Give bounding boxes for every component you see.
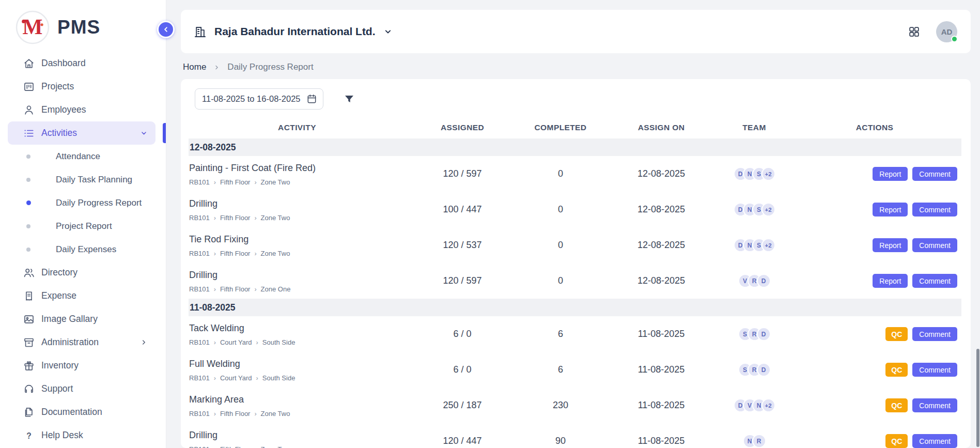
date-range-input[interactable]: 11-08-2025 to 16-08-2025 [195, 88, 323, 110]
date-range-value: 11-08-2025 to 16-08-2025 [202, 94, 301, 104]
avatar[interactable]: AD [936, 21, 957, 42]
chevron-separator-icon: › [214, 179, 216, 186]
table-row: Full WeldingRB101›Court Yard›South Side6… [189, 352, 961, 388]
assigned-cell: 6 / 0 [406, 364, 519, 375]
comment-button[interactable]: Comment [912, 327, 957, 341]
team-avatar[interactable]: R [752, 434, 766, 448]
comment-button[interactable]: Comment [912, 203, 957, 217]
svg-text:?: ? [26, 431, 32, 440]
team-overflow-badge[interactable]: +2 [761, 398, 775, 412]
comment-button[interactable]: Comment [912, 167, 957, 181]
sidebar-item-image-gallary[interactable]: Image Gallary [8, 307, 155, 331]
sidebar-item-support[interactable]: Support [8, 377, 155, 400]
team-overflow-badge[interactable]: +2 [761, 167, 775, 181]
sidebar-subitem-daily-progress-report[interactable]: Daily Progress Report [8, 191, 155, 214]
table-row: Tack WeldingRB101›Court Yard›South Side6… [189, 316, 961, 352]
path-segment: RB101 [189, 374, 210, 382]
path-segment: Court Yard [220, 338, 252, 346]
topbar: Raja Bahadur International Ltd. AD [181, 10, 971, 53]
path-segment: RB101 [189, 338, 210, 346]
company-selector[interactable]: Raja Bahadur International Ltd. [193, 25, 393, 39]
calendar-icon [306, 94, 317, 104]
report-button[interactable]: Report [873, 167, 908, 181]
sidebar-item-projects[interactable]: Projects [8, 75, 155, 98]
report-button[interactable]: Report [873, 274, 908, 288]
sidebar-item-inventory[interactable]: Inventory [8, 354, 155, 377]
activity-name: Tack Welding [189, 323, 397, 334]
assigned-cell: 120 / 597 [406, 275, 519, 286]
actions-cell: ReportComment [788, 167, 961, 181]
chevron-separator-icon: › [256, 375, 258, 382]
date-group-row: 11-08-2025 [189, 299, 961, 316]
sidebar-subitem-label: Attendance [56, 151, 100, 162]
team-cell: NR [721, 434, 788, 448]
filter-button[interactable] [343, 93, 355, 105]
team-cell: VRD [721, 274, 788, 288]
qc-button[interactable]: QC [885, 398, 908, 412]
sidebar-item-dashboard[interactable]: Dashboard [8, 52, 155, 75]
path-segment: RB101 [189, 214, 210, 222]
team-cell: DVN+2 [721, 398, 788, 412]
path-segment: Fifth Floor [220, 250, 251, 257]
team-avatar[interactable]: D [757, 327, 771, 341]
path-segment: RB101 [189, 445, 210, 448]
sidebar-subitem-project-report[interactable]: Project Report [8, 214, 155, 238]
sidebar-collapse-button[interactable] [157, 21, 175, 38]
support-icon [23, 383, 35, 395]
activity-path: RB101›Fifth Floor›Zone Two [189, 250, 397, 257]
activity-name: Tie Rod Fixing [189, 234, 397, 245]
comment-button[interactable]: Comment [912, 274, 957, 288]
sidebar-subitem-daily-expenses[interactable]: Daily Expenses [8, 238, 155, 261]
help-icon: ? [23, 430, 35, 441]
chevron-separator-icon: › [214, 250, 216, 257]
comment-button[interactable]: Comment [912, 434, 957, 448]
qc-button[interactable]: QC [885, 327, 908, 341]
comment-button[interactable]: Comment [912, 363, 957, 377]
sidebar-item-activities[interactable]: Activities [8, 121, 155, 145]
bullet-icon [26, 224, 30, 228]
activity-name: Drilling [189, 198, 397, 209]
path-segment: Court Yard [220, 374, 252, 382]
qc-button[interactable]: QC [885, 363, 908, 377]
team-overflow-badge[interactable]: +2 [761, 238, 775, 252]
sidebar-item-help-desk[interactable]: ?Help Desk [8, 424, 155, 447]
completed-cell: 6 [519, 329, 602, 339]
report-button[interactable]: Report [873, 203, 908, 217]
chevron-separator-icon: › [214, 410, 216, 418]
team-overflow-badge[interactable]: +2 [761, 203, 775, 217]
apps-grid-button[interactable] [908, 25, 921, 38]
path-segment: Zone One [261, 285, 291, 293]
chevron-separator-icon: › [214, 286, 216, 293]
comment-button[interactable]: Comment [912, 398, 957, 412]
path-segment: South Side [262, 374, 295, 382]
qc-button[interactable]: QC [885, 434, 908, 448]
sidebar-item-label: Expense [41, 290, 76, 301]
report-button[interactable]: Report [873, 238, 908, 252]
scrollbar-thumb[interactable] [976, 349, 979, 447]
team-avatar[interactable]: D [757, 363, 771, 377]
column-header-actions: ACTIONS [788, 121, 961, 134]
sidebar-item-documentation[interactable]: Documentation [8, 400, 155, 424]
activity-cell: Painting - First Coat (Fire Red)RB101›Fi… [189, 162, 406, 186]
chevron-separator-icon: › [254, 446, 256, 448]
filter-row: 11-08-2025 to 16-08-2025 [195, 88, 961, 110]
activity-path: RB101›Court Yard›South Side [189, 338, 397, 346]
actions-cell: QCComment [788, 434, 961, 448]
team-avatar[interactable]: D [757, 274, 771, 288]
activity-path: RB101›Fifth Floor›Zone Two [189, 178, 397, 186]
sidebar-item-directory[interactable]: Directory [8, 261, 155, 284]
employee-icon [23, 104, 35, 116]
assigned-cell: 120 / 597 [406, 168, 519, 179]
date-group-row: 12-08-2025 [189, 138, 961, 156]
app-title: PMS [57, 17, 100, 38]
sidebar-subitem-daily-task-planning[interactable]: Daily Task Planning [8, 168, 155, 191]
breadcrumb-home[interactable]: Home [183, 62, 206, 72]
sidebar-item-label: Support [41, 383, 73, 394]
comment-button[interactable]: Comment [912, 238, 957, 252]
sidebar-item-expense[interactable]: Expense [8, 284, 155, 307]
activity-path: RB101›Fifth Floor›Zone One [189, 285, 397, 293]
sidebar-subitem-attendance[interactable]: Attendance [8, 145, 155, 168]
sidebar-item-administration[interactable]: Administration [8, 331, 155, 354]
sidebar-item-label: Administration [41, 337, 99, 348]
sidebar-item-employees[interactable]: Employees [8, 98, 155, 121]
